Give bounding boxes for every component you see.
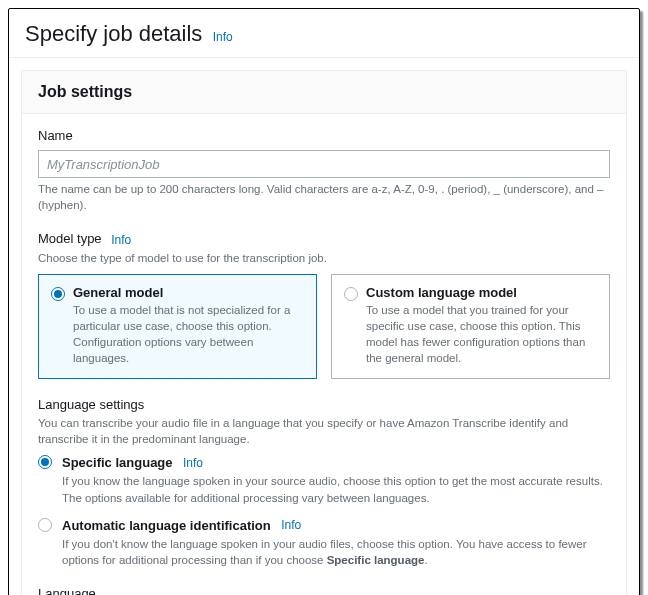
specific-language-option[interactable]: Specific language Info If you know the l… (38, 453, 610, 505)
radio-icon (38, 518, 52, 532)
model-type-info-link[interactable]: Info (111, 233, 131, 247)
language-label: Language (38, 586, 610, 595)
auto-language-info-link[interactable]: Info (281, 518, 301, 532)
model-type-custom-tile[interactable]: Custom language model To use a model tha… (331, 274, 610, 379)
option-title: Automatic language identification (62, 518, 271, 533)
job-settings-panel: Job settings Name The name can be up to … (21, 70, 627, 595)
page-title: Specify job details (25, 21, 202, 47)
job-settings-heading: Job settings (38, 83, 610, 101)
tile-desc: To use a model that is not specialized f… (73, 302, 304, 366)
language-settings-hint: You can transcribe your audio file in a … (38, 415, 610, 447)
option-desc: If you know the language spoken in your … (62, 473, 610, 505)
name-hint: The name can be up to 200 characters lon… (38, 181, 610, 213)
model-type-hint: Choose the type of model to use for the … (38, 250, 610, 266)
name-label: Name (38, 128, 610, 143)
radio-icon (38, 455, 52, 469)
name-input[interactable] (38, 150, 610, 178)
model-type-section: Model type Info Choose the type of model… (38, 231, 610, 379)
specific-language-info-link[interactable]: Info (183, 456, 203, 470)
language-settings-label: Language settings (38, 397, 610, 412)
model-type-label: Model type (38, 231, 102, 246)
language-field: Language Choose the language of the inpu… (38, 586, 610, 595)
auto-language-option[interactable]: Automatic language identification Info I… (38, 516, 610, 568)
model-type-general-tile[interactable]: General model To use a model that is not… (38, 274, 317, 379)
option-desc: If you don't know the language spoken in… (62, 536, 610, 568)
tile-desc: To use a model that you trained for your… (366, 302, 597, 366)
language-settings-section: Language settings You can transcribe you… (38, 397, 610, 568)
radio-icon (51, 287, 65, 301)
page-info-link[interactable]: Info (213, 30, 233, 44)
tile-title: Custom language model (366, 285, 597, 300)
radio-icon (344, 287, 358, 301)
tile-title: General model (73, 285, 304, 300)
name-field: Name The name can be up to 200 character… (38, 128, 610, 213)
option-title: Specific language (62, 455, 173, 470)
